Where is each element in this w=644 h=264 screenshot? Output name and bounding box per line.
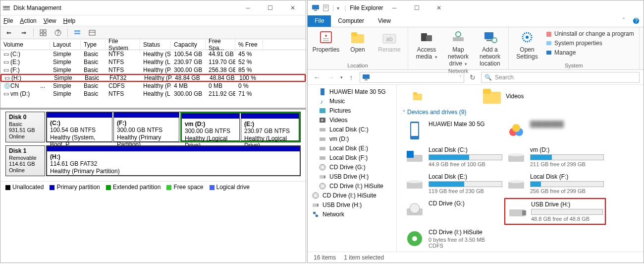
partition[interactable]: (F:)300.00 GB NTFSHealthy (Primary Parti… [113,112,179,142]
refresh-button[interactable] [37,27,50,38]
folder-item[interactable]: Videos [482,88,524,105]
menu-view[interactable]: View [44,17,56,24]
forward-button[interactable]: ⇒ [17,27,30,38]
folder-item[interactable] [413,88,423,105]
refresh-button[interactable]: ↻ [467,73,478,81]
search-input[interactable]: 🔍 Search [481,72,640,83]
tree-item[interactable]: Local Disk (E:) [308,143,396,153]
volume-row[interactable]: ▭(F:)SimpleBasicNTFSHealthy (P...300.00 … [0,66,306,74]
fe-minimize-button[interactable]: ─ [383,1,406,15]
svg-rect-0 [3,6,10,8]
minimize-button[interactable]: ─ [237,0,259,15]
drive-item[interactable]: CD Drive (G:) [403,198,504,225]
volume-row[interactable]: ▭vm (D:)SimpleBasicNTFSHealthy (L...300.… [0,90,306,98]
system-link[interactable]: Manage [545,48,634,58]
svg-rect-60 [313,212,316,214]
partition[interactable]: (E:)230.97 GB NTFSHealthy (Logical Drive… [241,113,299,141]
chevron-down-icon[interactable]: ˅ [459,75,462,80]
volume-row[interactable]: ▭(E:)SimpleBasicNTFSHealthy (L...230.97 … [0,58,306,66]
drive-item[interactable]: Local Disk (C:)44.9 GB free of 100 GB [403,144,504,169]
content-pane: Videos ˅Devices and drives (9) HUAWEI Ma… [397,85,644,252]
usb-icon [507,201,527,221]
pc-icon [312,4,320,12]
menu-help[interactable]: Help [63,17,76,24]
open-settings-button[interactable]: Open Settings [514,29,540,60]
rename-button: abRename [376,29,403,53]
disk-icon [319,144,326,152]
fe-titlebar: | ▾ | File Explorer ─ ☐ ✕ [308,0,644,15]
list-button[interactable] [86,27,99,38]
tree-item[interactable]: Pictures [308,106,396,115]
close-button[interactable]: ✕ [281,0,304,15]
partition[interactable]: (C:)100.54 GB NTFSHealthy (System, Boot,… [47,112,112,142]
tree-item[interactable]: Local Disk (F:) [308,153,396,162]
nav-history-button[interactable]: ▾ [340,75,343,80]
nav-up-button[interactable]: ↑ [346,73,357,81]
svg-rect-68 [411,123,418,136]
tree-item[interactable]: HUAWEI Mate 30 5G [308,87,396,96]
drive-item[interactable]: USB Drive (H:)48.8 GB free of 48.8 GB [504,198,606,225]
back-button[interactable]: ⇐ [2,27,15,38]
tree-item[interactable]: USB Drive (H:) [308,172,396,181]
drive-item[interactable]: Local Disk (E:)119 GB free of 230 GB [403,171,504,196]
tree-item[interactable]: CD Drive (I:) HiSuite [308,181,396,191]
tree-item[interactable]: USB Drive (H:) [308,200,396,209]
system-link[interactable]: System properties [545,39,634,48]
maximize-button[interactable]: ☐ [259,0,281,15]
ribbon-collapse-button[interactable]: ˆ [619,15,629,27]
volume-row[interactable]: ▭(H:)SimpleBasicFAT32Healthy (P...48.84 … [0,74,306,82]
tree-item[interactable]: Videos [308,115,396,125]
section-header[interactable]: ˅Devices and drives (9) [403,109,638,116]
svg-rect-9 [74,33,80,34]
partition[interactable]: (H:)114.61 GB FAT32Healthy (Primary Part… [47,146,300,176]
drive-item[interactable]: ████████ [504,119,606,142]
phone-icon [319,88,326,96]
fe-maximize-button[interactable]: ☐ [406,1,428,15]
partition[interactable]: vm (D:)300.00 GB NTFSHealthy (Logical Dr… [181,113,240,141]
nav-back-button[interactable]: ← [312,73,322,81]
address-combo[interactable]: ˅ [360,72,464,83]
drive-item[interactable]: vm (D:)211 GB free of 299 GB [504,144,606,169]
tab-computer[interactable]: Computer [331,15,371,27]
rename-icon: ab [381,29,397,45]
tab-file[interactable]: File [308,15,331,27]
menu-file[interactable]: File [3,17,13,24]
legend: UnallocatedPrimary partitionExtended par… [0,181,306,193]
properties-icon[interactable] [322,4,329,11]
disk-icon [506,146,526,166]
system-link[interactable]: Uninstall or change a program [545,29,634,39]
drive-item[interactable]: CD Drive (I:) HiSuite0 bytes free of 3.5… [403,227,504,251]
disk-info[interactable]: Disk 0Basic931.51 GBOnline [5,112,45,142]
volume-row[interactable]: ▭(C:)SimpleBasicNTFSHealthy (S...100.54 … [0,50,306,58]
drive-item[interactable]: HUAWEI Mate 30 5G [403,119,504,142]
tab-view[interactable]: View [371,15,398,27]
statusbar: 16 items 1 item selected [308,252,644,263]
tree-item[interactable]: Network [308,209,396,219]
open-button[interactable]: Open [344,29,371,53]
menu-action[interactable]: Action [20,17,36,24]
fe-close-button[interactable]: ✕ [428,1,450,15]
tree-item[interactable]: Local Disk (C:) [308,125,396,134]
qat-divider: | [332,4,334,11]
svg-point-81 [410,203,420,213]
add-a-network-location-button[interactable]: Add a network location [477,29,503,67]
nav-forward-button[interactable]: → [325,73,336,81]
qat-dropdown[interactable]: ▾ [337,5,339,11]
disk-info[interactable]: Disk 1Removable114.61 GBOnline [5,145,45,176]
volume-row[interactable]: 💿CN...SimpleBasicCDFSHealthy (P...4 MB0 … [0,82,306,90]
props-icon [318,29,334,45]
tree-item[interactable]: CD Drive (I:) HiSuite [308,191,396,200]
map-network-drive-button[interactable]: Map network drive ▾ [445,29,472,67]
drive-item[interactable]: Local Disk (F:)256 GB free of 299 GB [504,171,606,196]
help-icon[interactable]: ? [629,15,644,27]
svg-point-55 [322,185,323,187]
access-media-button[interactable]: Access media ▾ [413,29,440,60]
addnet-icon [482,29,498,45]
properties-button[interactable]: Properties [313,29,339,53]
svg-rect-59 [317,204,319,206]
tree-item[interactable]: vm (D:) [308,134,396,143]
tree-item[interactable]: CD Drive (G:) [308,162,396,172]
view-button[interactable] [71,27,84,38]
tree-item[interactable]: ♪Music [308,96,396,106]
help-button[interactable]: ? [52,27,64,38]
